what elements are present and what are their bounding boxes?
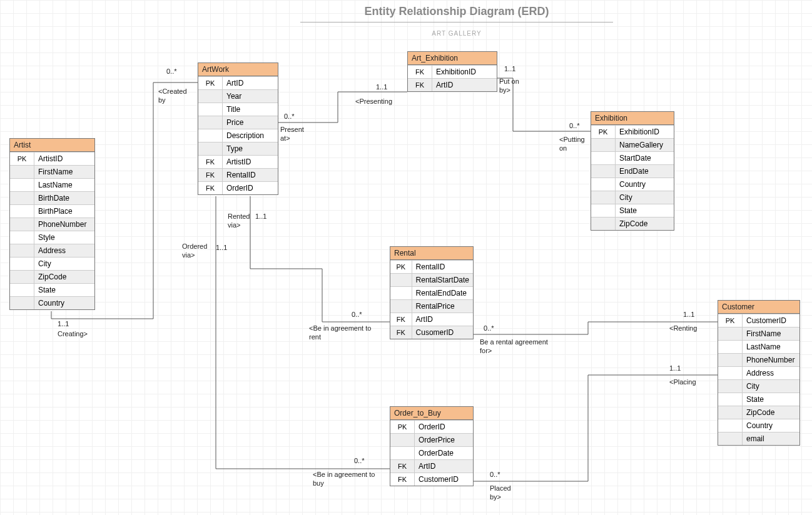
key-cell	[390, 434, 415, 447]
attr-cell: Style	[34, 231, 95, 244]
card-rental-artwork: 0..*	[352, 311, 362, 319]
table-row: City	[10, 258, 94, 271]
attr-cell: CustomerID	[415, 473, 474, 486]
rel-agreement-rent: <Be in agreement to rent	[309, 324, 371, 342]
entity-art_exh[interactable]: Art_ExhibitionFKExhibitionIDFKArtID	[407, 51, 497, 92]
attr-cell: Country	[743, 419, 800, 432]
table-row: RentalStartDate	[390, 274, 473, 287]
attr-cell: ArtID	[223, 77, 278, 90]
key-cell: PK	[591, 126, 616, 139]
entity-header-rental: Rental	[390, 247, 473, 260]
rel-agreement-buy: <Be in agreement to buy	[313, 471, 375, 488]
key-cell: PK	[390, 261, 412, 274]
entity-order[interactable]: Order_to_BuyPKOrderIDOrderPriceOrderDate…	[390, 406, 474, 486]
key-cell	[10, 179, 34, 192]
entity-header-artist: Artist	[10, 139, 94, 152]
key-cell	[198, 103, 223, 116]
attr-cell: Country	[616, 178, 674, 191]
key-cell	[718, 354, 743, 367]
key-cell: FK	[198, 182, 223, 195]
attr-cell: OrderPrice	[415, 434, 474, 447]
key-cell	[718, 367, 743, 380]
table-row: Address	[10, 244, 94, 258]
table-row: OrderDate	[390, 447, 473, 460]
key-cell	[718, 393, 743, 406]
key-cell	[198, 142, 223, 156]
attr-cell: CusomerID	[412, 326, 473, 339]
table-row: FKRentalID	[198, 169, 278, 182]
attr-cell: ExhibitionID	[432, 66, 497, 79]
key-cell	[10, 166, 34, 179]
table-row: Style	[10, 231, 94, 244]
key-cell	[718, 380, 743, 393]
entity-exhibition[interactable]: ExhibitionPKExhibitionIDNameGalleryStart…	[591, 111, 674, 231]
table-row: PKOrderID	[390, 421, 473, 434]
table-row: FKArtID	[390, 460, 473, 473]
attr-cell: City	[743, 380, 800, 393]
entity-rows-rental: PKRentalIDRentalStartDateRentalEndDateRe…	[390, 260, 473, 339]
attr-cell: RentalID	[412, 261, 473, 274]
table-row: State	[591, 204, 674, 218]
key-cell	[390, 274, 412, 287]
attr-cell: LastName	[34, 179, 95, 192]
rel-rental-agreement-for: Be a rental agreement for>	[480, 338, 548, 356]
attr-cell: Price	[223, 116, 278, 129]
table-row: PKCustomerID	[718, 314, 799, 328]
entity-artwork[interactable]: ArtWorkPKArtIDYearTitlePriceDescriptionT…	[198, 62, 278, 195]
card-exh-artexh: 0..*	[569, 122, 580, 131]
entity-rows-order: PKOrderIDOrderPriceOrderDateFKArtIDFKCus…	[390, 420, 473, 486]
attr-cell: BirthDate	[34, 192, 95, 205]
entity-header-customer: Customer	[718, 301, 799, 314]
attr-cell: ZipCode	[34, 271, 95, 284]
rel-renting: <Renting	[669, 324, 697, 333]
table-row: FKExhibitionID	[408, 66, 497, 79]
attr-cell: email	[743, 432, 800, 446]
card-rental-cust: 0..*	[484, 324, 494, 333]
card-artwork-order: 1..1	[216, 244, 227, 252]
key-cell	[198, 116, 223, 129]
key-cell	[591, 178, 616, 191]
key-cell: FK	[198, 169, 223, 182]
key-cell	[10, 271, 34, 284]
table-row: Country	[718, 419, 799, 432]
table-row: StartDate	[591, 152, 674, 165]
rel-present-at: Present at>	[280, 126, 304, 143]
card-order-cust: 0..*	[490, 471, 500, 479]
rel-placing: <Placing	[669, 378, 696, 387]
table-row: State	[10, 284, 94, 297]
entity-rental[interactable]: RentalPKRentalIDRentalStartDateRentalEnd…	[390, 246, 474, 339]
rel-creating: Creating>	[58, 330, 88, 339]
entity-customer[interactable]: CustomerPKCustomerIDFirstNameLastNamePho…	[718, 300, 800, 446]
entity-header-art_exh: Art_Exhibition	[408, 52, 497, 65]
table-row: City	[591, 191, 674, 204]
table-row: BirthDate	[10, 192, 94, 205]
attr-cell: CustomerID	[743, 314, 800, 328]
table-row: ZipCode	[10, 271, 94, 284]
attr-cell: ExhibitionID	[616, 126, 674, 139]
entity-header-exhibition: Exhibition	[591, 112, 674, 125]
key-cell: FK	[390, 460, 415, 473]
table-row: ZipCode	[718, 406, 799, 419]
card-order-artwork: 0..*	[354, 457, 365, 466]
table-row: State	[718, 393, 799, 406]
key-cell	[10, 218, 34, 231]
attr-cell: Type	[223, 142, 278, 156]
key-cell: FK	[390, 313, 412, 326]
entity-rows-exhibition: PKExhibitionIDNameGalleryStartDateEndDat…	[591, 125, 674, 230]
attr-cell: State	[743, 393, 800, 406]
table-row: FKArtID	[390, 313, 473, 326]
table-row: PhoneNumber	[718, 354, 799, 367]
key-cell: PK	[198, 77, 223, 90]
entity-rows-customer: PKCustomerIDFirstNameLastNamePhoneNumber…	[718, 314, 799, 445]
key-cell	[10, 244, 34, 258]
table-row: PKRentalID	[390, 261, 473, 274]
attr-cell: State	[616, 204, 674, 218]
attr-cell: Year	[223, 90, 278, 103]
table-row: OrderPrice	[390, 434, 473, 447]
card-cust-order: 1..1	[669, 364, 681, 373]
table-row: EndDate	[591, 165, 674, 178]
entity-artist[interactable]: ArtistPKArtistIDFirstNameLastNameBirthDa…	[9, 138, 95, 310]
attr-cell: Address	[743, 367, 800, 380]
table-row: LastName	[718, 341, 799, 354]
table-row: Address	[718, 367, 799, 380]
